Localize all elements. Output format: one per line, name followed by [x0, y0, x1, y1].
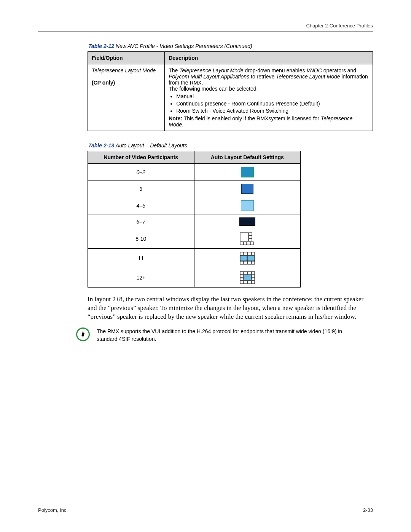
svg-rect-25: [240, 278, 244, 280]
table-212-label: Table 2-12: [88, 43, 114, 49]
svg-rect-5: [244, 242, 247, 245]
participants-cell: 0–2: [88, 164, 194, 181]
svg-rect-0: [240, 233, 249, 241]
table-213: Number of Video Participants Auto Layout…: [88, 151, 301, 288]
table-row: 6–7: [88, 214, 301, 229]
svg-rect-1: [249, 233, 252, 235]
table-row: Telepresence Layout Mode (CP only) The T…: [88, 64, 373, 131]
participants-cell: 8-10: [88, 229, 194, 249]
svg-rect-18: [240, 272, 244, 275]
field-cell: Telepresence Layout Mode (CP only): [88, 64, 165, 131]
svg-rect-26: [252, 278, 255, 280]
svg-rect-9: [244, 252, 247, 255]
footer-company: Polycom, Inc.: [38, 507, 68, 513]
svg-rect-24: [252, 275, 255, 278]
note-text: The RMX supports the VUI addition to the…: [97, 328, 362, 343]
svg-rect-7: [250, 242, 253, 245]
table-row: 11: [88, 249, 301, 268]
svg-rect-21: [252, 272, 255, 275]
svg-rect-19: [244, 272, 247, 275]
svg-rect-2: [249, 236, 252, 238]
table-212-caption: Table 2-12 New AVC Profile - Video Setti…: [88, 43, 373, 49]
field-line2: (CP only): [92, 80, 115, 86]
svg-rect-23: [244, 275, 251, 280]
table-row: 12+: [88, 268, 301, 288]
svg-rect-29: [248, 281, 251, 284]
th-settings: Auto Layout Default Settings: [194, 151, 301, 164]
footer-page: 2-33: [363, 507, 373, 513]
svg-rect-15: [244, 261, 247, 264]
svg-rect-20: [248, 272, 251, 275]
table-row: 8-10: [88, 229, 301, 249]
list-item: Continuous presence - Room Continuous Pr…: [176, 101, 369, 107]
layout-1plus7-icon: [240, 232, 255, 245]
table-row: 4–5: [88, 197, 301, 214]
layout-icon-cell: [194, 197, 301, 214]
layout-icon-cell: [194, 214, 301, 229]
page-footer: Polycom, Inc. 2-33: [38, 507, 373, 513]
svg-rect-11: [252, 252, 255, 255]
table-212: Field/Option Description Telepresence La…: [88, 51, 373, 131]
layout-icon-cell: [194, 181, 301, 197]
svg-rect-30: [252, 281, 255, 284]
participants-cell: 12+: [88, 268, 194, 288]
desc-intro: The Telepresence Layout Mode drop-down m…: [169, 67, 368, 86]
participants-cell: 3: [88, 181, 194, 197]
layout-icon-cell: [194, 229, 301, 249]
list-item: Room Switch - Voice Activated Room Switc…: [176, 108, 369, 114]
mode-list: Manual Continuous presence - Room Contin…: [176, 93, 369, 114]
layout-icon-cell: [194, 249, 301, 268]
layout-2plus8-icon: [240, 252, 255, 265]
svg-rect-28: [244, 281, 247, 284]
th-desc: Description: [165, 52, 373, 64]
svg-rect-8: [240, 252, 244, 255]
svg-rect-16: [248, 261, 251, 264]
layout-1-icon: [241, 167, 254, 177]
list-item: Manual: [176, 93, 369, 99]
participants-cell: 11: [88, 249, 194, 268]
layout-icon-cell: [194, 268, 301, 288]
th-participants: Number of Video Participants: [88, 151, 194, 164]
svg-rect-6: [247, 242, 250, 245]
desc-select: The following modes can be selected:: [169, 86, 369, 92]
header-rule: [38, 31, 373, 32]
field-line1: Telepresence Layout Mode: [92, 67, 156, 73]
table-212-caption-text: New AVC Profile - Video Settings Paramet…: [116, 43, 252, 49]
svg-rect-3: [249, 239, 252, 241]
info-icon: [76, 328, 90, 341]
svg-rect-22: [240, 275, 244, 278]
table-row: 0–2: [88, 164, 301, 181]
running-head: Chapter 2-Conference Profiles: [38, 23, 373, 29]
svg-rect-12: [240, 256, 247, 261]
layout-icon-cell: [194, 164, 301, 181]
layout-1-light-icon: [241, 200, 254, 211]
body-paragraph: In layout 2+8, the two central windows d…: [88, 295, 373, 321]
desc-note: Note: This field is enabled only if the …: [169, 115, 352, 128]
participants-cell: 4–5: [88, 197, 194, 214]
participants-cell: 6–7: [88, 214, 194, 229]
layout-1-dark-icon: [239, 217, 255, 226]
note-callout: The RMX supports the VUI addition to the…: [76, 328, 362, 343]
svg-rect-13: [247, 256, 255, 261]
layout-1-blue-icon: [241, 184, 253, 194]
table-213-caption-text: Auto Layout – Default Layouts: [116, 142, 187, 149]
th-field: Field/Option: [88, 52, 165, 64]
svg-rect-17: [252, 261, 255, 264]
svg-rect-14: [240, 261, 244, 264]
layout-1plus12-icon: [240, 271, 255, 284]
table-row: 3: [88, 181, 301, 197]
svg-rect-27: [240, 281, 244, 284]
table-213-label: Table 2-13: [88, 142, 114, 149]
desc-cell: The Telepresence Layout Mode drop-down m…: [165, 64, 373, 131]
svg-rect-4: [240, 242, 243, 245]
table-213-caption: Table 2-13 Auto Layout – Default Layouts: [88, 142, 373, 149]
svg-rect-10: [248, 252, 251, 255]
